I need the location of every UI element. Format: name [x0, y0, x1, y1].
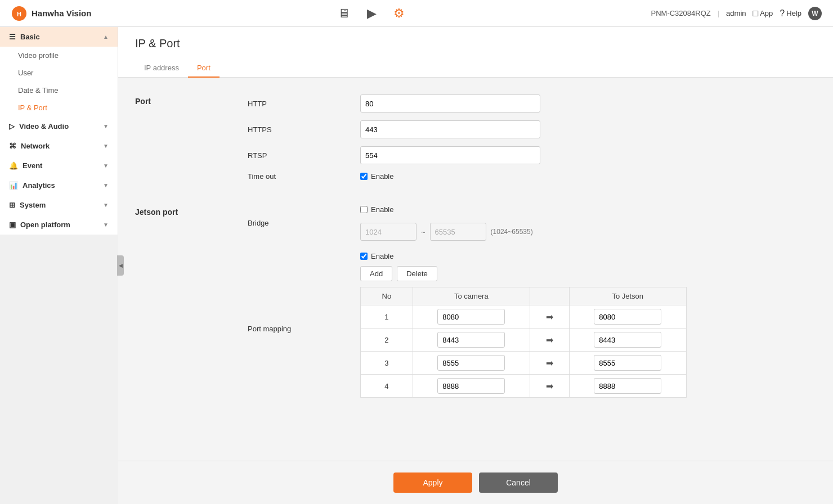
device-name: PNM-C32084RQZ: [651, 9, 711, 17]
camera-port-input[interactable]: [437, 309, 505, 325]
row-to-jetson[interactable]: [569, 305, 686, 328]
rtsp-row: RTSP: [248, 146, 816, 164]
tabs: IP address Port: [135, 59, 816, 77]
sidebar-group-basic-label: Basic: [20, 33, 40, 41]
https-label: HTTPS: [248, 125, 360, 134]
http-row: HTTP: [248, 94, 816, 112]
sidebar-group-video-audio[interactable]: ▷ Video & Audio ▼: [0, 116, 118, 136]
jetson-port-input[interactable]: [594, 309, 661, 325]
jetson-section: Jetson port Bridge Enable ~: [135, 205, 816, 413]
help-button[interactable]: ? Help: [780, 8, 801, 19]
rtsp-input[interactable]: [360, 146, 540, 164]
monitor-icon[interactable]: 🖥: [338, 6, 350, 21]
content-body: Port HTTP HTTPS RTSP: [118, 78, 833, 461]
app-button[interactable]: □ App: [753, 8, 773, 19]
apply-button[interactable]: Apply: [393, 472, 472, 493]
nav-icons: 🖥 ▶ ⚙: [338, 6, 405, 21]
sidebar-group-system[interactable]: ⊞ System ▼: [0, 195, 118, 215]
bridge-range-from[interactable]: [360, 223, 416, 241]
sidebar-group-event-label: Event: [23, 161, 42, 170]
sidebar-wrapper: ☰ Basic ▲ Video profile User Date & Time…: [0, 27, 118, 504]
sidebar-group-video-audio-label: Video & Audio: [19, 122, 69, 130]
camera-port-input[interactable]: [437, 355, 505, 371]
row-to-camera[interactable]: [413, 375, 530, 398]
http-input[interactable]: [360, 94, 540, 112]
jetson-section-label: Jetson port: [135, 205, 248, 413]
open-platform-icon: ▣: [9, 220, 16, 229]
sidebar-group-event[interactable]: 🔔 Event ▼: [0, 156, 118, 176]
user-area: PNM-C32084RQZ | admin □ App ? Help W: [651, 7, 822, 20]
bridge-range-to[interactable]: [430, 223, 486, 241]
col-to-camera: To camera: [413, 287, 530, 305]
timeout-enable-label: Enable: [371, 172, 393, 181]
top-nav: H Hanwha Vision 🖥 ▶ ⚙ PNM-C32084RQZ | ad…: [0, 0, 833, 27]
sidebar-group-network[interactable]: ⌘ Network ▼: [0, 136, 118, 156]
bridge-controls: Enable ~ (1024~65535): [360, 205, 533, 241]
rtsp-label: RTSP: [248, 151, 360, 160]
table-row: 2 ➡: [361, 328, 687, 352]
sidebar-group-network-label: Network: [21, 142, 50, 150]
table-row: 4 ➡: [361, 375, 687, 398]
timeout-checkbox[interactable]: [360, 173, 368, 180]
sidebar-item-video-profile[interactable]: Video profile: [0, 47, 118, 64]
camera-port-input[interactable]: [437, 378, 505, 394]
cancel-button[interactable]: Cancel: [479, 472, 558, 493]
row-arrow: ➡: [530, 352, 569, 375]
logo-text: Hanwha Vision: [32, 8, 91, 18]
sidebar-basic-items: Video profile User Date & Time IP & Port: [0, 47, 118, 116]
range-hint: (1024~65535): [491, 228, 533, 236]
bridge-checkbox-row: Enable: [360, 205, 533, 214]
sidebar-group-basic[interactable]: ☰ Basic ▲: [0, 27, 118, 47]
timeout-label: Time out: [248, 172, 360, 181]
chevron-down-icon-open-platform: ▼: [103, 222, 109, 228]
bridge-checkbox[interactable]: [360, 206, 368, 213]
https-input[interactable]: [360, 120, 540, 138]
sidebar-item-date-time[interactable]: Date & Time: [0, 82, 118, 99]
jetson-section-content: Bridge Enable ~ (1024~65535): [248, 205, 816, 413]
row-to-camera[interactable]: [413, 352, 530, 375]
event-icon: 🔔: [9, 161, 18, 170]
main-layout: ☰ Basic ▲ Video profile User Date & Time…: [0, 27, 833, 504]
port-mapping-checkbox[interactable]: [360, 253, 368, 260]
sidebar-group-open-platform[interactable]: ▣ Open platform ▼: [0, 215, 118, 235]
sidebar-collapse-button[interactable]: ◀: [117, 255, 124, 276]
camera-port-input[interactable]: [437, 332, 505, 348]
row-to-jetson[interactable]: [569, 352, 686, 375]
row-to-camera[interactable]: [413, 328, 530, 352]
port-mapping-section: Enable Add Delete No To camera: [360, 252, 687, 398]
content-header: IP & Port IP address Port: [118, 27, 833, 78]
port-mapping-enable-label: Enable: [371, 252, 393, 260]
sidebar-item-user[interactable]: User: [0, 64, 118, 82]
username[interactable]: admin: [726, 9, 746, 17]
jetson-port-input[interactable]: [594, 332, 661, 348]
chevron-down-icon-analytics: ▼: [103, 182, 109, 188]
table-row: 1 ➡: [361, 305, 687, 328]
tab-port[interactable]: Port: [188, 59, 220, 78]
jetson-port-input[interactable]: [594, 378, 661, 394]
logo-icon: H: [11, 6, 27, 21]
jetson-port-input[interactable]: [594, 355, 661, 371]
row-arrow: ➡: [530, 375, 569, 398]
gear-icon[interactable]: ⚙: [393, 6, 405, 21]
w-avatar[interactable]: W: [808, 7, 822, 20]
row-to-jetson[interactable]: [569, 375, 686, 398]
sidebar-group-open-platform-label: Open platform: [20, 220, 70, 229]
add-button[interactable]: Add: [360, 266, 392, 281]
menu-icon: ☰: [9, 33, 16, 41]
analytics-icon: 📊: [9, 181, 18, 190]
row-arrow: ➡: [530, 328, 569, 352]
content-area: IP & Port IP address Port Port HTTP: [118, 27, 833, 504]
row-to-camera[interactable]: [413, 305, 530, 328]
http-label: HTTP: [248, 100, 360, 108]
delete-button[interactable]: Delete: [397, 266, 437, 281]
sidebar-item-ip-port[interactable]: IP & Port: [0, 99, 118, 116]
play-icon[interactable]: ▶: [367, 6, 377, 21]
tab-ip-address[interactable]: IP address: [135, 59, 188, 78]
row-to-jetson[interactable]: [569, 328, 686, 352]
svg-text:H: H: [17, 11, 21, 17]
sidebar-group-analytics[interactable]: 📊 Analytics ▼: [0, 176, 118, 195]
port-mapping-checkbox-row: Enable: [360, 252, 687, 260]
bridge-range: ~ (1024~65535): [360, 223, 533, 241]
col-arrow: [530, 287, 569, 305]
col-no: No: [361, 287, 413, 305]
